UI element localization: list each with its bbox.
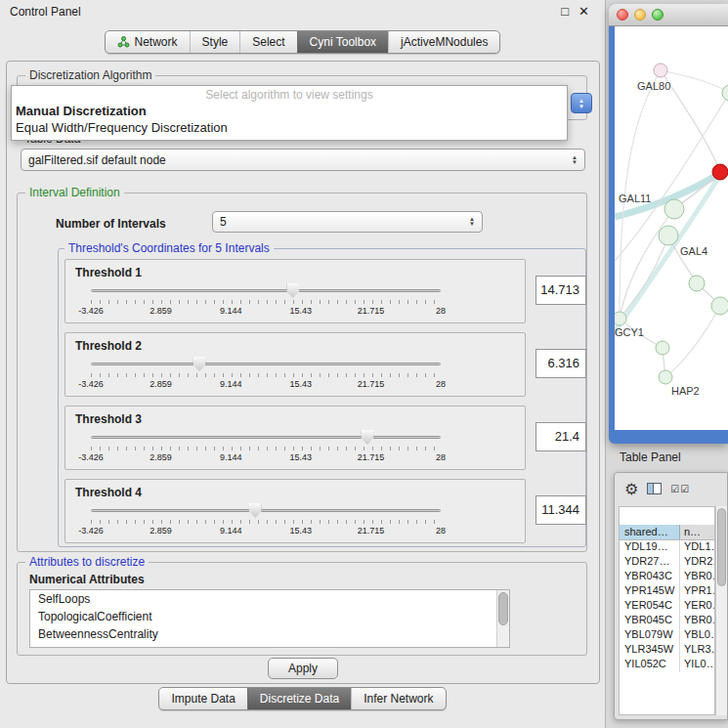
column-header-shared-name[interactable]: shared… [620, 525, 680, 539]
apply-button[interactable]: Apply [268, 658, 338, 679]
slider-track[interactable] [91, 289, 441, 292]
tick-label: 28 [436, 379, 446, 389]
cell: YBR0… [680, 570, 714, 584]
table-row[interactable]: YPR145W YPR1… [620, 584, 714, 599]
tick-label: -3.426 [78, 526, 104, 535]
number-of-intervals-combo[interactable]: 5 ▲▼ [212, 211, 483, 233]
tab-impute-data[interactable]: Impute Data [159, 688, 246, 709]
cell: YBL0… [680, 628, 714, 643]
threshold-2-slider[interactable] [91, 357, 441, 372]
cell: YDR2… [680, 555, 714, 570]
close-traffic-light[interactable] [617, 9, 628, 21]
table-scrollbar[interactable] [715, 506, 727, 715]
slider-thumb[interactable] [249, 503, 262, 518]
cell: YIL0… [680, 658, 714, 672]
network-node[interactable] [664, 199, 684, 219]
network-node[interactable] [659, 370, 672, 384]
network-node[interactable] [615, 312, 626, 325]
column-header-name[interactable]: n… [680, 525, 714, 539]
cell: YLR345W [620, 643, 680, 658]
zoom-traffic-light[interactable] [652, 9, 664, 21]
network-node[interactable] [711, 297, 728, 315]
gear-icon[interactable]: ⚙ [624, 480, 638, 498]
list-item[interactable]: TopologicalCoefficient [30, 608, 509, 625]
tick-label: 28 [436, 526, 446, 535]
slider-thumb[interactable] [361, 430, 373, 445]
cell: YDL19… [620, 540, 680, 555]
tab-cyni-toolbox[interactable]: Cyni Toolbox [297, 31, 388, 53]
tick-label: 2.859 [150, 306, 172, 316]
stepper-down-icon: ▼ [578, 104, 584, 109]
table-header-row: shared… n… [620, 525, 714, 540]
algorithm-placeholder: Select algorithm to view settings [12, 87, 567, 103]
tab-label: Infer Network [364, 692, 433, 706]
list-scrollbar[interactable] [496, 590, 509, 647]
table-row[interactable]: YER054C YER0… [620, 599, 714, 614]
cell: YPR145W [620, 584, 680, 599]
table-row[interactable]: YBR043C YBR0… [620, 570, 714, 584]
slider-thumb[interactable] [193, 357, 205, 371]
table-row[interactable]: YIL052C YIL0… [620, 658, 714, 672]
tab-infer-network[interactable]: Infer Network [351, 688, 445, 709]
network-node[interactable] [659, 226, 678, 245]
cell: YPR1… [680, 584, 714, 599]
minimize-traffic-light[interactable] [634, 9, 646, 21]
cell: YLR3… [680, 643, 714, 658]
table-row[interactable]: YBL079W YBL0… [620, 628, 714, 643]
tab-jactivemnodules[interactable]: jActiveMNodules [388, 31, 499, 53]
tab-discretize-data[interactable]: Discretize Data [247, 688, 351, 709]
tab-style[interactable]: Style [190, 31, 240, 53]
threshold-1-value[interactable]: 14.713 [535, 276, 586, 305]
table-data-combo[interactable]: galFiltered.sif default node ▲▼ [21, 149, 585, 171]
close-icon[interactable]: ✕ [578, 4, 589, 19]
dropdown-option-manual-discretization[interactable]: Manual Discretization [12, 103, 567, 119]
algorithm-combo-stepper[interactable]: ▲ ▼ [571, 93, 592, 113]
threshold-3-value[interactable]: 21.4 [535, 422, 586, 451]
threshold-2-value[interactable]: 6.316 [535, 349, 586, 378]
combo-stepper-icon: ▲▼ [572, 155, 578, 165]
network-window-titlebar[interactable] [609, 4, 728, 26]
table-row[interactable]: YLR345W YLR3… [620, 643, 714, 658]
tab-label: Cyni Toolbox [310, 35, 376, 49]
threshold-4-slider[interactable] [91, 503, 441, 519]
slider-track[interactable] [91, 363, 441, 365]
slider-thumb[interactable] [286, 283, 299, 298]
network-canvas[interactable]: GAL80 GAL11 GAL4 GCY1 HAP2 [615, 26, 728, 430]
table-row[interactable]: YBR045C YBR0… [620, 614, 714, 628]
threshold-label: Threshold 3 [75, 412, 142, 426]
combo-value: galFiltered.sif default node [28, 153, 166, 167]
table-row[interactable]: YDL19… YDL1… [620, 540, 714, 555]
threshold-4-value[interactable]: 11.344 [535, 495, 586, 525]
network-node[interactable] [654, 64, 667, 77]
slider-track[interactable] [91, 436, 441, 439]
slider-track[interactable] [91, 509, 441, 512]
threshold-1-slider[interactable] [91, 283, 441, 299]
tab-select[interactable]: Select [239, 31, 296, 53]
network-node-selected[interactable] [712, 164, 728, 180]
threshold-4-panel: Threshold 4 -3.426 2.859 9.144 15.43 21.… [64, 479, 526, 543]
network-node[interactable] [689, 276, 705, 291]
node-label: GAL4 [680, 245, 707, 257]
scrollbar-thumb[interactable] [498, 592, 508, 625]
network-node[interactable] [722, 85, 728, 101]
network-node[interactable] [656, 341, 669, 355]
column-layout-icon[interactable] [647, 483, 662, 494]
tab-label: jActiveMNodules [401, 35, 488, 49]
tick-label: 21.715 [358, 306, 385, 316]
threshold-3-slider[interactable] [91, 430, 441, 446]
numerical-attributes-label: Numerical Attributes [29, 573, 145, 586]
dropdown-option-equal-width-frequency[interactable]: Equal Width/Frequency Discretization [12, 119, 567, 136]
algorithm-dropdown: Select algorithm to view settings Manual… [11, 85, 568, 141]
tab-label: Network [135, 35, 178, 49]
list-item[interactable]: SelfLoops [30, 590, 509, 608]
slider-scale: -3.426 2.859 9.144 15.43 21.715 28 [91, 306, 441, 317]
select-columns-icon[interactable]: ☑☑ [670, 484, 690, 494]
scrollbar-thumb[interactable] [717, 508, 726, 586]
numerical-attributes-list: SelfLoops TopologicalCoefficient Between… [29, 589, 510, 648]
cell: YDL1… [680, 540, 714, 555]
table-row[interactable]: YDR27… YDR2… [620, 555, 714, 570]
list-item[interactable]: BetweennessCentrality [30, 625, 509, 643]
tick-label: 15.43 [290, 379, 313, 389]
tab-network[interactable]: Network [106, 31, 190, 53]
float-window-icon[interactable]: □ [561, 4, 569, 19]
